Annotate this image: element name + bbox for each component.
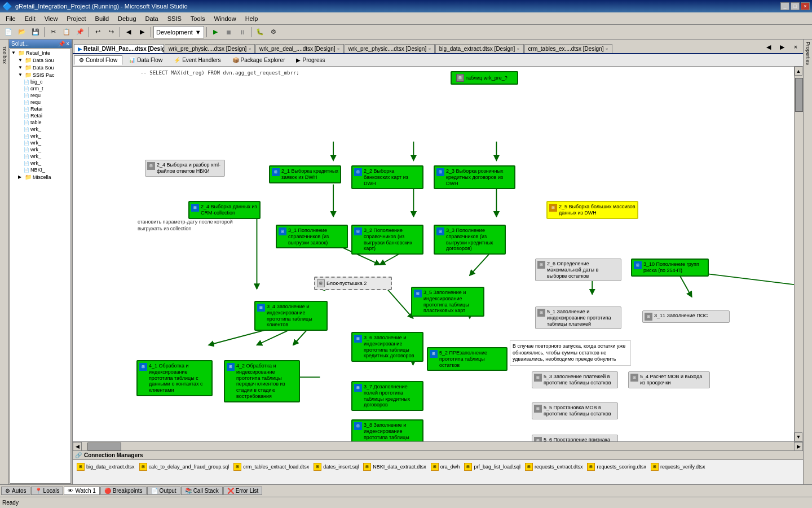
node-54[interactable]: ⊞ 5_4 Расчёт МОВ и выхода из просрочки (628, 371, 710, 388)
play-btn[interactable]: ▶ (209, 26, 222, 38)
tab-breakpoints[interactable]: 🔴 Breakpoints (100, 487, 147, 495)
menu-project[interactable]: Project (62, 14, 90, 23)
fwd-btn[interactable]: ▶ (136, 26, 148, 38)
scroll-up-btn[interactable]: ▲ (795, 67, 802, 76)
tab-event-handlers[interactable]: ⚡ Event Handlers (169, 55, 226, 65)
node-33[interactable]: ⊞ 3_3 Пополнение справочников (из выгруз… (434, 225, 506, 255)
tree-file-ret2[interactable]: 📄Retai (10, 112, 70, 119)
horizontal-scrollbar[interactable]: ◀ ▶ (73, 441, 803, 450)
tab-crm-tables[interactable]: crm_tables_ex....dtsx [Design] × (524, 44, 612, 53)
save-btn[interactable]: 💾 (29, 26, 42, 38)
node-31[interactable]: ⊞ 3_1 Пополнение справочников (из выгруз… (276, 225, 348, 248)
tab-autos[interactable]: ⚙ Autos (1, 487, 30, 495)
tree-file-wrk1[interactable]: 📄wrk_ (10, 126, 70, 133)
node-38[interactable]: ⊞ 3_8 Заполнение и индексирование протот… (351, 419, 423, 441)
node-42[interactable]: ⊞ 4_2 Обработка и индексирование прототи… (224, 360, 300, 402)
tree-file-crm[interactable]: 📄crm_t (10, 85, 70, 92)
sidebar-close[interactable]: × (66, 41, 69, 47)
tree-file-ret1[interactable]: 📄Retai (10, 106, 70, 112)
maximize-btn[interactable]: □ (791, 2, 800, 10)
debug-btn[interactable]: 🐛 (254, 26, 266, 38)
scroll-right-btn[interactable]: ▶ (794, 442, 803, 450)
menu-view[interactable]: View (40, 14, 63, 23)
menu-window[interactable]: Window (210, 14, 241, 23)
tab-close-big[interactable]: × (517, 46, 519, 52)
node-24-crm[interactable]: ⊞ 2_4 Выборка данных из CRM-collection (188, 201, 261, 219)
conn-big-data[interactable]: ⊞ big_data_extract.dtsx (75, 462, 136, 471)
tree-file-nbki[interactable]: 📄NBKI_ (10, 167, 70, 173)
node-53[interactable]: ⊞ 5_3 Заполнение платежей в прототипе та… (532, 371, 618, 388)
config-dropdown[interactable]: Development ▼ (153, 26, 204, 38)
tree-datasource2[interactable]: ▼📁Data Sou (10, 64, 70, 71)
tab-locals[interactable]: 📍 Locals (31, 487, 64, 495)
redo-btn[interactable]: ↪ (105, 26, 117, 38)
tree-ssispkg[interactable]: ▼📁SSIS Pac (10, 71, 70, 78)
tab-close-crm[interactable]: × (606, 46, 608, 52)
conn-req-scor[interactable]: ⊞ requests_scoring.dtsx (585, 462, 648, 471)
conn-req-ext[interactable]: ⊞ requests_extract.dtsx (523, 462, 585, 471)
tab-close-wrk3[interactable]: × (428, 46, 431, 52)
node-23[interactable]: ⊞ 2_3 Выборка розничных кредитных догово… (434, 165, 515, 189)
tab-package-explorer[interactable]: 📦 Package Explorer (227, 55, 290, 65)
menu-data[interactable]: Data (141, 14, 163, 23)
node-tbl-wrk[interactable]: ⊞ таблиц wrk_pre_? (451, 71, 518, 85)
conn-ora[interactable]: ⊞ ora_dwh (429, 462, 462, 471)
tab-data-flow[interactable]: 📊 Data Flow (123, 55, 167, 65)
node-34[interactable]: ⊞ 3_4 Заполнение и индексирование протот… (254, 301, 328, 331)
cut-btn[interactable]: ✂ (47, 26, 59, 38)
conn-dates[interactable]: ⊞ dates_insert.sql (312, 462, 360, 471)
scroll-down-btn[interactable]: ▼ (795, 432, 802, 441)
tab-wrk-phys1[interactable]: wrk_pre_physic....dtsx [Design] × (165, 44, 255, 53)
node-36[interactable]: ⊞ 3_6 Заполнение и индексирование протот… (351, 332, 423, 362)
hscroll-track[interactable] (82, 442, 794, 450)
node-311[interactable]: ⊞ 3_11 Заполнение ПОС (642, 310, 730, 323)
toolbox-label[interactable]: Toolbox (2, 46, 7, 64)
node-block2[interactable]: ⊞ Блок-пустышка 2 (314, 277, 392, 290)
tree-file-req1[interactable]: 📄requ (10, 92, 70, 99)
tab-close-wrk1[interactable]: × (248, 46, 251, 52)
tree-file-wrk5[interactable]: 📄wrk_ (10, 153, 70, 160)
paste-btn[interactable]: 📌 (74, 26, 86, 38)
tab-output[interactable]: 📄 Output (147, 487, 180, 495)
tab-big-data[interactable]: big_data_extract.dtsx [Design] × (435, 44, 524, 53)
tab-control-flow[interactable]: ⚙ Control Flow (74, 55, 122, 65)
close-btn[interactable]: × (801, 2, 810, 10)
node-25[interactable]: ⊞ 2_5 Выборка больших массивов данных из… (546, 201, 638, 219)
node-310[interactable]: ⊞ 3_10 Пополнение групп риска (по 254-П) (631, 259, 709, 277)
tree-file-wrk2[interactable]: 📄wrk_ (10, 133, 70, 139)
node-26[interactable]: ⊞ 2_6 Определение максимальной даты в вы… (535, 259, 621, 281)
stop-btn[interactable]: ⏹ (223, 26, 235, 38)
minimize-btn[interactable]: _ (780, 2, 789, 10)
node-37[interactable]: ⊞ 3_7 Дозаполнение полей прототипа табли… (351, 381, 423, 411)
open-btn[interactable]: 📂 (16, 26, 28, 38)
tab-watch1[interactable]: 👁 Watch 1 (64, 487, 99, 495)
conn-req-ver[interactable]: ⊞ requests_verify.dtsx (649, 462, 707, 471)
tree-file-big[interactable]: 📄big_c (10, 78, 70, 85)
menu-debug[interactable]: Debug (113, 14, 140, 23)
sidebar-pin[interactable]: 📌 (58, 41, 65, 47)
tree-root[interactable]: ▼📁Retail_Inte (10, 49, 70, 56)
menu-file[interactable]: File (1, 14, 20, 23)
menu-ssis[interactable]: SSIS (163, 14, 186, 23)
tree-file-req2[interactable]: 📄requ (10, 99, 70, 106)
node-24-xml[interactable]: ⊞ 2_4 Выборка и разбор xml-файлов ответо… (145, 160, 225, 177)
back-btn[interactable]: ◀ (122, 26, 135, 38)
conn-crm[interactable]: ⊞ crm_tables_extract_load.dtsx (232, 462, 311, 471)
node-35[interactable]: ⊞ 3_5 Заполнение и индексирование протот… (411, 287, 484, 317)
new-btn[interactable]: 📄 (2, 26, 15, 38)
tree-file-wrk3[interactable]: 📄wrk_ (10, 139, 70, 146)
tab-scroll-right[interactable]: ▶ (776, 41, 788, 53)
conn-prf[interactable]: ⊞ prf_bag_list_load.sql (462, 462, 522, 471)
menu-tools[interactable]: Tools (186, 14, 210, 23)
tab-errorlist[interactable]: ❌ Error List (223, 487, 263, 495)
undo-btn[interactable]: ↩ (91, 26, 104, 38)
tree-file-wrk4[interactable]: 📄wrk_ (10, 146, 70, 153)
pause-btn[interactable]: ⏸ (236, 26, 249, 38)
menu-build[interactable]: Build (91, 14, 113, 23)
node-52[interactable]: ⊞ 5_2 ПРЕзаполнение прототипа таблицы ос… (427, 347, 508, 371)
tab-wrk-deal[interactable]: wrk_pre_deal_....dtsx [Design] × (255, 44, 344, 53)
properties-tab[interactable]: Properties (804, 40, 812, 67)
vscroll-thumb[interactable] (795, 78, 803, 112)
tree-datasource1[interactable]: ▼📁Data Sou (10, 56, 70, 64)
tab-progress[interactable]: ▶ Progress (291, 55, 330, 65)
